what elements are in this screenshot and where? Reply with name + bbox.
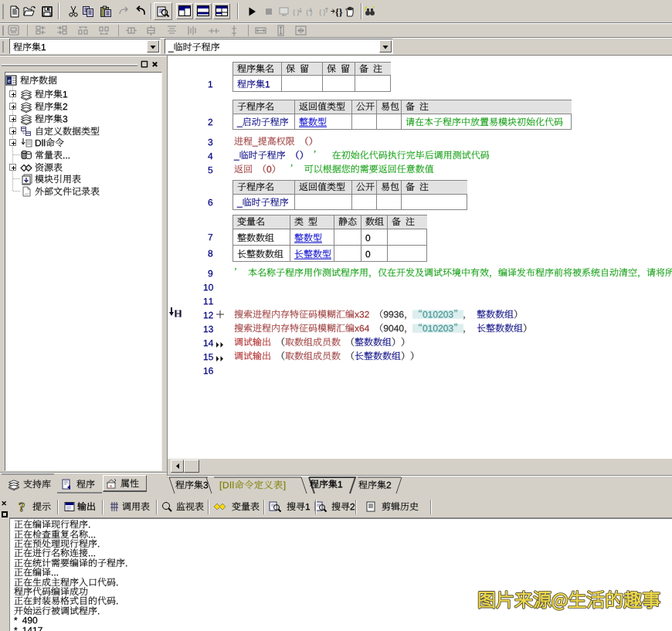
- svg-text:e: e: [8, 77, 11, 84]
- svg-text:{}: {}: [335, 7, 343, 18]
- svg-text:?: ?: [19, 500, 25, 514]
- svg-text:{}: {}: [305, 7, 314, 16]
- svg-text:{}: {}: [318, 7, 327, 16]
- svg-text:{}: {}: [292, 7, 300, 16]
